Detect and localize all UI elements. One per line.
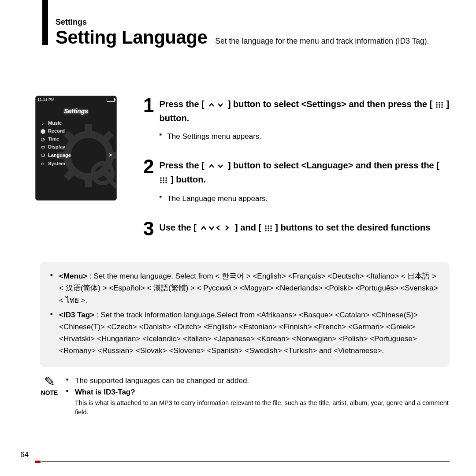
note-line: The supported languages can be changed o… (66, 375, 450, 387)
options-box: <Menu> : Set the menu language. Select f… (40, 262, 450, 367)
svg-line-10 (110, 180, 117, 191)
chevron-right-icon: > (109, 152, 112, 158)
breadcrumb: Settings (56, 18, 450, 27)
system-icon: ◘ (40, 161, 45, 166)
option-id3: <ID3 Tag> : Set the track information la… (50, 309, 439, 357)
step-number: 1 (143, 96, 154, 142)
svg-point-16 (441, 104, 443, 105)
music-icon: ♪ (40, 120, 45, 126)
device-menu-list: ♪Music ⬤Record ◔Time ▭Display ❍Language>… (36, 119, 116, 167)
step-2: 2 Press the [ ] button to select <Langua… (143, 157, 450, 204)
svg-point-37 (270, 230, 271, 231)
step-number: 2 (143, 157, 154, 204)
language-icon: ❍ (40, 152, 45, 158)
step-number: 3 (143, 219, 154, 238)
display-icon: ▭ (40, 144, 45, 149)
time-icon: ◔ (40, 136, 45, 141)
step-note: The Settings menu appears. (159, 131, 450, 142)
up-down-icon (207, 160, 225, 173)
device-screenshot: 11:11 PM Settings ♪Music (35, 96, 117, 253)
section-marker (42, 0, 48, 45)
svg-point-36 (268, 230, 269, 231)
svg-point-20 (160, 177, 162, 178)
svg-point-28 (166, 182, 167, 183)
svg-point-14 (436, 104, 437, 105)
svg-point-24 (163, 179, 164, 181)
record-icon: ⬤ (40, 128, 45, 134)
step-heading: Press the [ ] button to select <Settings… (159, 97, 450, 125)
svg-point-32 (265, 227, 266, 229)
note-question: What is ID3-Tag? (66, 387, 450, 398)
step-heading: Use the [ ] and [ ] buttons to set the d… (159, 221, 430, 235)
pencil-note-icon: ✎ (40, 375, 59, 388)
grid-button-icon (435, 98, 444, 112)
battery-icon (107, 98, 115, 102)
svg-point-21 (163, 177, 164, 178)
device-screen-title: Settings (36, 108, 116, 115)
device-time: 11:11 PM (37, 97, 55, 102)
svg-point-31 (270, 225, 271, 227)
step-note: The Language menu appears. (159, 193, 450, 205)
header: Settings Setting Language Set the langua… (56, 18, 450, 48)
option-menu: <Menu> : Set the menu language. Select f… (50, 270, 439, 306)
svg-point-12 (439, 102, 440, 103)
svg-point-26 (160, 182, 162, 183)
svg-point-22 (166, 177, 167, 178)
step-1: 1 Press the [ ] button to select <Settin… (143, 96, 450, 142)
device-menu-item: ◘System (39, 160, 113, 167)
step-3: 3 Use the [ ] and [ ] buttons to set the… (143, 219, 450, 238)
device-menu-item: ◔Time (39, 135, 113, 143)
svg-point-15 (439, 104, 440, 105)
page-title: Setting Language (56, 27, 207, 48)
svg-point-17 (436, 106, 437, 108)
svg-point-23 (160, 179, 162, 181)
svg-point-35 (265, 230, 266, 231)
note-label: NOTE (40, 389, 59, 396)
footer-divider (41, 461, 450, 462)
svg-point-18 (439, 106, 440, 108)
page-subtitle: Set the language for the menu and track … (215, 37, 429, 48)
svg-point-11 (436, 102, 437, 103)
nav-cross-icon (199, 222, 233, 235)
step-heading: Press the [ ] button to select <Language… (159, 159, 450, 186)
svg-point-29 (265, 225, 266, 227)
note-section: ✎ NOTE The supported languages can be ch… (40, 375, 450, 416)
svg-point-27 (163, 182, 164, 183)
device-menu-item: ♪Music (39, 119, 113, 127)
device-menu-item: ⬤Record (39, 127, 113, 135)
svg-point-25 (166, 179, 167, 181)
svg-point-13 (441, 102, 443, 103)
footer-accent (35, 461, 41, 463)
svg-line-8 (66, 171, 73, 178)
svg-point-34 (270, 227, 271, 229)
note-explanation: This is what is attached to an MP3 to ca… (75, 398, 450, 416)
svg-point-30 (268, 225, 269, 227)
device-menu-item-selected: ❍Language> (39, 151, 113, 160)
svg-point-19 (441, 106, 443, 108)
device-menu-item: ▭Display (39, 143, 113, 151)
up-down-icon (207, 98, 225, 112)
page-number: 64 (20, 450, 29, 459)
steps-panel: 1 Press the [ ] button to select <Settin… (143, 96, 450, 253)
svg-point-33 (268, 227, 269, 229)
grid-button-icon (264, 222, 273, 235)
grid-button-icon (159, 174, 168, 187)
